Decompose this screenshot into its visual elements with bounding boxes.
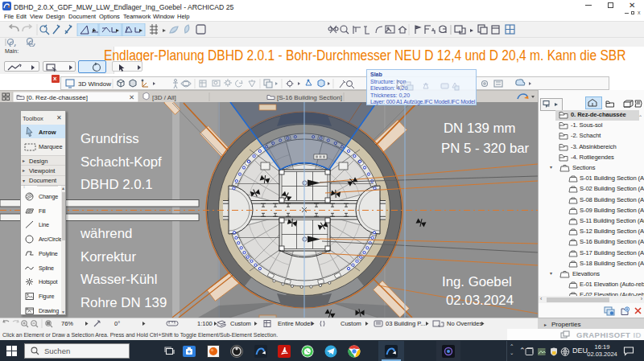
svg-text:[0. Rez-de-chaussée]: [0. Rez-de-chaussée]	[27, 94, 88, 101]
svg-text:✕: ✕	[129, 93, 134, 101]
svg-text:Rohre DN 139: Rohre DN 139	[80, 295, 167, 310]
svg-text:0°: 0°	[114, 320, 120, 327]
svg-text:Entire Model: Entire Model	[278, 320, 312, 327]
svg-text:Custom: Custom	[230, 320, 251, 327]
svg-text:[S-16 Building Section]: [S-16 Building Section]	[277, 94, 342, 101]
svg-text:1:100: 1:100	[197, 320, 213, 327]
svg-text:03 Building P...: 03 Building P...	[386, 320, 425, 327]
svg-text:Ing. Goebel: Ing. Goebel	[442, 274, 512, 289]
svg-text:02.03.2024: 02.03.2024	[446, 293, 514, 308]
svg-text:Korrektur: Korrektur	[80, 249, 136, 265]
svg-text:Grundriss: Grundriss	[80, 131, 139, 146]
svg-text:Wasser-Kühl: Wasser-Kühl	[80, 272, 157, 287]
svg-text:DN 139 mm: DN 139 mm	[444, 121, 516, 136]
svg-text:No Overrides: No Overrides	[447, 320, 482, 327]
svg-text:Schacht-Kopf: Schacht-Kopf	[80, 154, 162, 170]
svg-text:DBHD 2.0.1: DBHD 2.0.1	[80, 177, 153, 192]
svg-text:76%: 76%	[61, 320, 73, 327]
svg-text:während: während	[80, 226, 132, 241]
svg-text:Custom: Custom	[341, 320, 361, 327]
svg-text:3D Window: 3D Window	[78, 80, 111, 88]
svg-text:[3D / All]: [3D / All]	[152, 94, 176, 101]
svg-text:PN 5 - 320 bar: PN 5 - 320 bar	[441, 141, 530, 156]
